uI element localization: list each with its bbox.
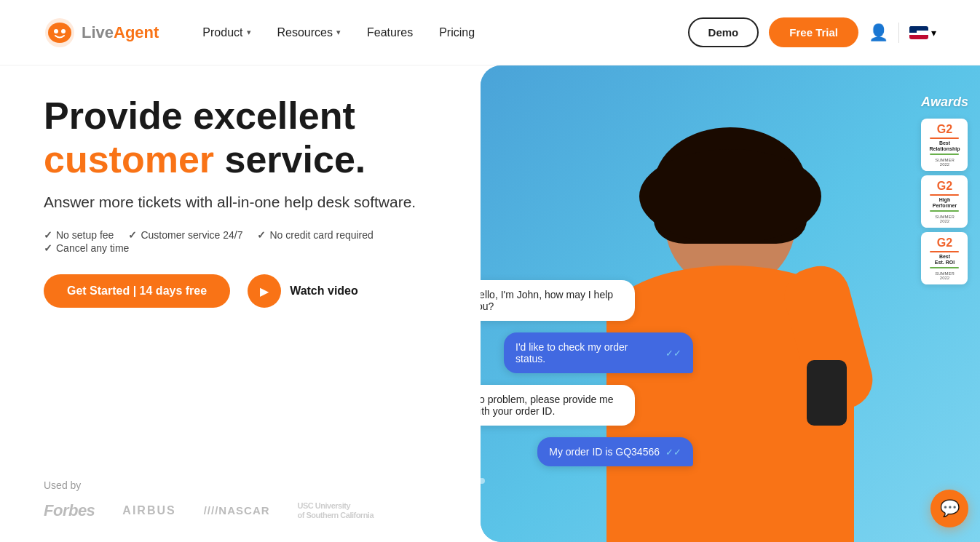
- check-no-credit-card: ✓ No credit card required: [257, 229, 373, 241]
- chevron-down-icon: ▾: [247, 28, 251, 37]
- award-season-2: SUMMER2022: [935, 215, 955, 223]
- play-icon: ▶: [248, 274, 281, 308]
- g2-logo-2: G2: [937, 180, 952, 193]
- check-no-setup-fee: ✓ No setup fee: [44, 229, 114, 241]
- right-panel: Hello, I'm John, how may I help you? I'd…: [481, 65, 980, 542]
- chat-messages-area: Hello, I'm John, how may I help you? I'd…: [481, 280, 699, 484]
- award-badge-3: G2 BestEst. ROI SUMMER2022: [921, 232, 968, 284]
- check-customer-service: ✓ Customer service 24/7: [128, 229, 242, 241]
- award-label-3: BestEst. ROI: [935, 254, 955, 266]
- award-label-1: BestRelationship: [929, 140, 960, 153]
- chat-row-1: Hello, I'm John, how may I help you?: [481, 280, 699, 321]
- check-cancel-anytime: ✓ Cancel any time: [44, 242, 129, 254]
- hero-subtitle: Answer more tickets with all-in-one help…: [44, 191, 437, 214]
- award-badge-2: G2 HighPerformer SUMMER2022: [921, 175, 968, 228]
- user-account-icon[interactable]: 👤: [869, 23, 888, 42]
- chat-widget-button[interactable]: 💬: [930, 490, 968, 527]
- read-receipt-icon: ✓✓: [665, 447, 681, 458]
- watch-video-button[interactable]: ▶ Watch video: [248, 274, 358, 308]
- usc-logo: USC Universityof Southern California: [298, 501, 374, 520]
- chat-row-2: I'd like to check my order status. ✓✓: [481, 332, 699, 373]
- award-season-3: SUMMER2022: [935, 271, 955, 280]
- award-stripe-3: [930, 194, 959, 196]
- award-stripe-4: [930, 210, 959, 212]
- language-selector[interactable]: ▾: [909, 26, 936, 39]
- checkmarks-row-1: ✓ No setup fee ✓ Customer service 24/7 ✓…: [44, 229, 437, 241]
- award-season-1: SUMMER2022: [935, 158, 955, 167]
- nav-divider: [898, 23, 899, 43]
- navbar: LiveAgent Product ▾ Resources ▾ Features…: [0, 0, 980, 65]
- chat-bubble-agent-1: Hello, I'm John, how may I help you?: [481, 280, 635, 321]
- chat-bubble-agent-2: No problem, please provide me with your …: [481, 385, 635, 426]
- logo-text: LiveAgent: [82, 23, 159, 42]
- award-stripe-5: [930, 251, 959, 252]
- checkmarks-list: ✓ No setup fee ✓ Customer service 24/7 ✓…: [44, 229, 437, 254]
- chat-row-4: My order ID is GQ34566 ✓✓: [481, 437, 699, 466]
- g2-logo-1: G2: [937, 123, 952, 136]
- g2-logo-3: G2: [937, 236, 952, 250]
- chat-row-3: No problem, please provide me with your …: [481, 385, 699, 426]
- nav-product[interactable]: Product ▾: [202, 26, 250, 39]
- left-panel: Provide excellent customer service. Answ…: [0, 65, 481, 542]
- nav-pricing[interactable]: Pricing: [439, 26, 475, 39]
- airbus-logo: AIRBUS: [122, 504, 175, 517]
- hero-section: Provide excellent customer service. Answ…: [44, 95, 437, 331]
- svg-point-1: [48, 23, 71, 43]
- cta-row: Get Started | 14 days free ▶ Watch video: [44, 274, 437, 308]
- nav-features[interactable]: Features: [367, 26, 413, 39]
- checkmarks-row-2: ✓ Cancel any time: [44, 242, 437, 254]
- get-started-button[interactable]: Get Started | 14 days free: [44, 274, 230, 308]
- award-stripe-2: [930, 154, 959, 155]
- nav-resources[interactable]: Resources ▾: [277, 26, 341, 39]
- nascar-logo: ////NASCAR: [204, 504, 270, 517]
- award-label-2: HighPerformer: [933, 197, 957, 210]
- award-stripe-1: [930, 138, 959, 139]
- chat-bubble-user-2: My order ID is GQ34566 ✓✓: [537, 437, 693, 466]
- nav-right: Demo Free Trial 👤 ▾: [688, 17, 936, 47]
- hero-title: Provide excellent customer service.: [44, 95, 437, 182]
- forbes-logo: Forbes: [44, 501, 95, 520]
- dot-indicator: [481, 478, 485, 484]
- read-receipt-icon: ✓✓: [665, 348, 681, 359]
- person-phone: [807, 360, 847, 426]
- awards-title: Awards: [921, 95, 968, 110]
- chevron-down-icon: ▾: [336, 28, 341, 37]
- chat-indicators: [481, 478, 699, 484]
- awards-panel: Awards G2 BestRelationship SUMMER2022 G2…: [921, 95, 968, 284]
- chevron-down-icon: ▾: [931, 27, 936, 39]
- brand-logos: Forbes AIRBUS ////NASCAR USC Universityo…: [44, 501, 437, 520]
- chat-bubble-user-1: I'd like to check my order status. ✓✓: [504, 332, 693, 373]
- person-hair: [654, 127, 807, 244]
- award-badge-1: G2 BestRelationship SUMMER2022: [921, 119, 968, 171]
- chat-widget-icon: 💬: [940, 499, 960, 518]
- free-trial-button[interactable]: Free Trial: [769, 17, 858, 47]
- used-by-section: Used by Forbes AIRBUS ////NASCAR USC Uni…: [44, 479, 437, 520]
- liveagent-logo-icon: [44, 17, 76, 49]
- demo-button[interactable]: Demo: [688, 17, 759, 47]
- us-flag-icon: [909, 26, 928, 39]
- svg-point-3: [61, 29, 66, 33]
- main-content: Provide excellent customer service. Answ…: [0, 65, 980, 542]
- used-by-label: Used by: [44, 479, 437, 491]
- logo[interactable]: LiveAgent: [44, 17, 159, 49]
- award-stripe-6: [930, 267, 959, 268]
- nav-links: Product ▾ Resources ▾ Features Pricing: [202, 26, 687, 39]
- svg-point-2: [54, 29, 58, 33]
